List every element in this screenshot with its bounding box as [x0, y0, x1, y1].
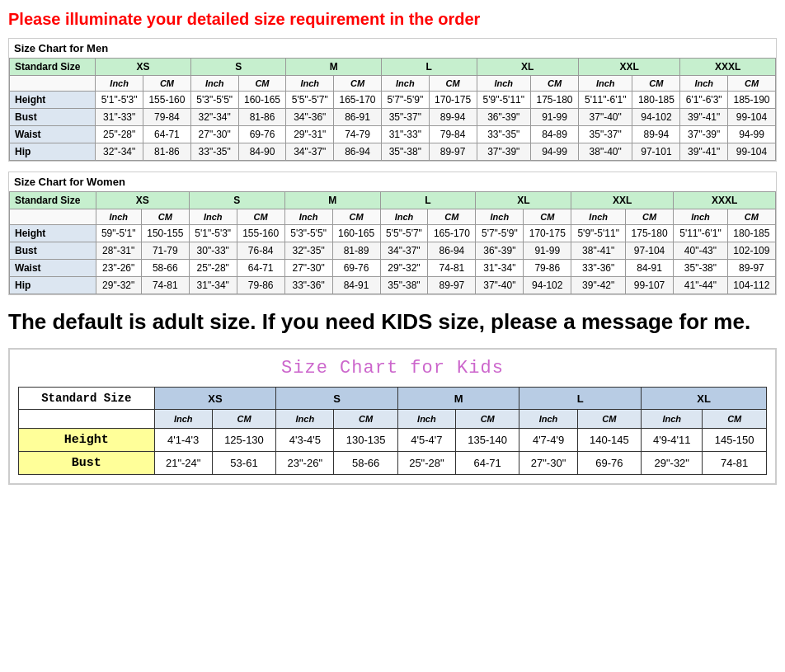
cell: 81-86	[238, 109, 286, 126]
men-header-s: S	[190, 59, 286, 76]
cell: 37"-40"	[578, 109, 632, 126]
cell: 40"-43"	[674, 242, 728, 260]
table-row: Bust31"-33"79-8432"-34"81-8634"-36"86-91…	[10, 109, 776, 126]
cell: 39"-42"	[571, 277, 626, 294]
cell: 41"-44"	[674, 277, 728, 294]
cell: 165-170	[428, 225, 476, 242]
cell: 33"-35"	[190, 143, 238, 161]
cell: 5'9"-5'11"	[477, 92, 531, 109]
table-row: Hip29"-32"74-8131"-34"79-8633"-36"84-913…	[10, 277, 776, 294]
cell: 5'1"-5'3"	[189, 225, 237, 242]
row-label: Height	[19, 429, 155, 452]
cell: 34"-37"	[380, 242, 428, 260]
kids-unit-label	[19, 410, 155, 429]
men-header-xxl: XXL	[578, 59, 679, 76]
cell: 27"-30"	[190, 126, 238, 143]
cell: 180-185	[727, 225, 775, 242]
cell: 27"-30"	[284, 260, 332, 277]
cell: 140-145	[577, 429, 642, 452]
men-unit-cm-6: CM	[632, 76, 680, 92]
men-unit-label	[10, 76, 96, 92]
cell: 170-175	[524, 225, 571, 242]
kids-title: Size Chart for Kids	[18, 358, 767, 378]
cell: 34"-37"	[286, 143, 334, 161]
cell: 102-109	[727, 242, 775, 260]
table-row: Bust21"-24"53-6123"-26"58-6625"-28"64-71…	[19, 452, 767, 475]
cell: 79-84	[143, 109, 190, 126]
cell: 31"-34"	[476, 260, 524, 277]
cell: 32"-35"	[284, 242, 332, 260]
kids-header-m: M	[397, 388, 519, 410]
cell: 5'3"-5'5"	[190, 92, 238, 109]
men-unit-cm-5: CM	[531, 76, 579, 92]
cell: 79-84	[429, 126, 477, 143]
cell: 25"-28"	[96, 126, 143, 143]
women-header-xxl: XXL	[571, 192, 674, 209]
women-header-xs: XS	[96, 192, 189, 209]
women-unit-inch-3: Inch	[284, 209, 332, 225]
men-section-title: Size Chart for Men	[9, 39, 776, 58]
cell: 28"-31"	[96, 242, 141, 260]
women-header-std: Standard Size	[10, 192, 96, 209]
men-header-m: M	[286, 59, 382, 76]
kids-unit-inch-2: Inch	[276, 410, 334, 429]
cell: 25"-28"	[397, 452, 455, 475]
table-row: Waist25"-28"64-7127"-30"69-7629"-31"74-7…	[10, 126, 776, 143]
men-unit-inch-3: Inch	[286, 76, 334, 92]
cell: 37"-39"	[477, 143, 531, 161]
cell: 94-99	[531, 143, 579, 161]
kids-header-s: S	[276, 388, 398, 410]
row-label: Bust	[19, 452, 155, 475]
men-unit-inch-5: Inch	[477, 76, 531, 92]
kids-section: Size Chart for Kids Standard Size XS S M…	[8, 348, 777, 485]
cell: 150-155	[141, 225, 189, 242]
cell: 35"-38"	[674, 260, 728, 277]
women-size-table: Standard Size XS S M L XL XXL XXXL Inch …	[9, 191, 776, 294]
cell: 32"-34"	[96, 143, 143, 161]
cell: 29"-32"	[96, 277, 141, 294]
cell: 4'9-4'11	[642, 429, 703, 452]
kids-unit-cm-3: CM	[455, 410, 519, 429]
women-header-xl: XL	[476, 192, 571, 209]
cell: 155-160	[143, 92, 190, 109]
women-header-xxxl: XXXL	[674, 192, 776, 209]
cell: 33"-36"	[571, 260, 626, 277]
cell: 35"-38"	[381, 143, 429, 161]
cell: 37"-40"	[476, 277, 524, 294]
cell: 84-89	[531, 126, 579, 143]
cell: 130-135	[334, 429, 398, 452]
men-size-table: Standard Size XS S M L XL XXL XXXL Inch …	[9, 58, 776, 161]
cell: 94-102	[632, 109, 680, 126]
women-header-m: M	[284, 192, 380, 209]
table-row: Height5'1"-5'3"155-1605'3"-5'5"160-1655'…	[10, 92, 776, 109]
cell: 21"-24"	[154, 452, 212, 475]
men-unit-inch-2: Inch	[190, 76, 238, 92]
row-label: Bust	[10, 242, 96, 260]
cell: 5'11"-6'1"	[578, 92, 632, 109]
cell: 5'1"-5'3"	[96, 92, 143, 109]
cell: 32"-34"	[190, 109, 238, 126]
cell: 35"-37"	[381, 109, 429, 126]
cell: 69-76	[332, 260, 380, 277]
cell: 71-79	[141, 242, 189, 260]
cell: 175-180	[626, 225, 674, 242]
cell: 23"-26"	[96, 260, 141, 277]
cell: 30"-33"	[189, 242, 237, 260]
cell: 27"-30"	[519, 452, 577, 475]
cell: 5'5"-5'7"	[286, 92, 334, 109]
cell: 104-112	[727, 277, 775, 294]
cell: 5'9"-5'11"	[571, 225, 626, 242]
men-unit-cm-7: CM	[728, 76, 776, 92]
cell: 6'1"-6'3"	[680, 92, 728, 109]
women-unit-cm-5: CM	[524, 209, 571, 225]
row-label: Height	[10, 225, 96, 242]
kids-header-xl: XL	[642, 388, 767, 410]
cell: 84-90	[238, 143, 286, 161]
cell: 74-81	[428, 260, 476, 277]
cell: 91-99	[531, 109, 579, 126]
cell: 175-180	[531, 92, 579, 109]
table-row: Height4'1-4'3125-1304'3-4'5130-1354'5-4'…	[19, 429, 767, 452]
cell: 35"-38"	[380, 277, 428, 294]
cell: 99-107	[626, 277, 674, 294]
cell: 155-160	[237, 225, 284, 242]
